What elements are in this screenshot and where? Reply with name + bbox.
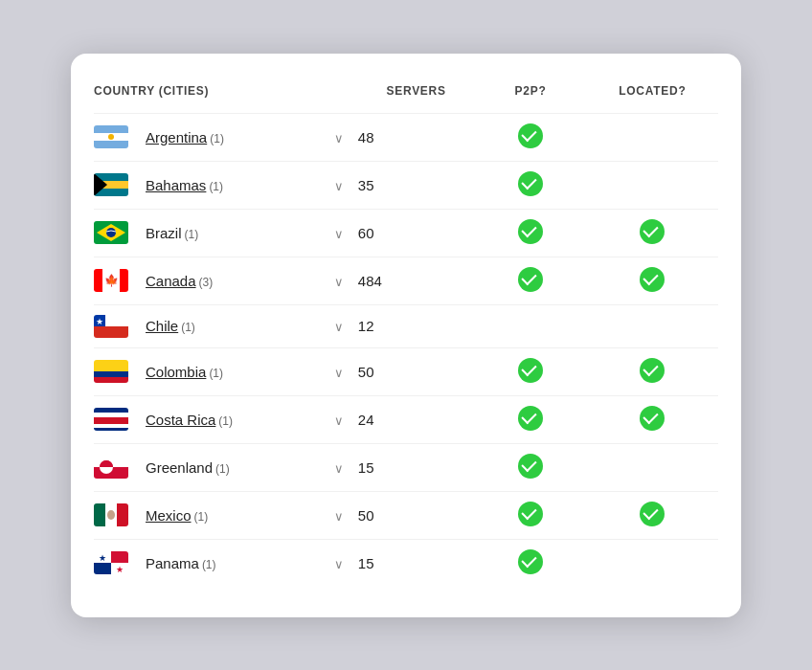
svg-text:★: ★ <box>116 565 124 574</box>
located-check-mexico <box>640 502 665 526</box>
svg-rect-24 <box>94 417 128 424</box>
flag-canada: 🍁 <box>94 269 128 292</box>
svg-rect-16 <box>94 326 128 338</box>
located-check-canada <box>640 267 665 292</box>
chevron-chile[interactable]: ∨ <box>323 320 355 334</box>
city-count-argentina: (1) <box>210 132 224 145</box>
svg-rect-21 <box>94 377 128 383</box>
main-card: COUNTRY (CITIES) SERVERS P2P? LOCATED? A… <box>71 54 741 617</box>
p2p-check-greenland <box>518 454 543 479</box>
svg-rect-36 <box>117 503 128 526</box>
city-count-costa-rica: (1) <box>218 414 233 428</box>
servers-mexico: 50 <box>358 491 475 539</box>
header-located: LOCATED? <box>587 84 718 114</box>
servers-greenland: 15 <box>358 443 475 491</box>
svg-rect-26 <box>94 428 128 431</box>
country-name-argentina[interactable]: Argentina <box>146 129 207 145</box>
city-count-brazil: (1) <box>185 228 199 241</box>
servers-panama: 15 <box>358 539 475 587</box>
p2p-check-canada <box>518 267 543 292</box>
located-check-costa-rica <box>640 406 665 431</box>
flag-brazil <box>94 221 128 244</box>
country-name-chile[interactable]: Chile <box>146 318 178 334</box>
table-row: ★Chile(1)∨12 <box>94 304 718 347</box>
table-row: ★★Panama(1)∨15 <box>94 539 718 587</box>
city-count-greenland: (1) <box>215 462 230 476</box>
country-name-mexico[interactable]: Mexico <box>146 507 192 524</box>
p2p-check-bahamas <box>518 171 543 196</box>
table-row: Greenland(1)∨15 <box>94 443 718 491</box>
flag-costa-rica <box>94 408 128 431</box>
svg-rect-13 <box>120 269 128 292</box>
table-row: Costa Rica(1)∨24 <box>94 395 718 443</box>
city-count-canada: (3) <box>199 276 214 289</box>
flag-argentina <box>94 125 128 148</box>
servers-colombia: 50 <box>358 347 475 395</box>
svg-rect-39 <box>111 551 128 563</box>
flag-colombia <box>94 360 128 383</box>
svg-rect-20 <box>94 371 128 377</box>
country-name-canada[interactable]: Canada <box>146 273 196 289</box>
city-count-panama: (1) <box>202 558 216 571</box>
city-count-chile: (1) <box>181 321 195 334</box>
servers-bahamas: 35 <box>358 161 475 209</box>
svg-rect-22 <box>94 408 128 413</box>
city-count-colombia: (1) <box>209 367 223 380</box>
svg-rect-23 <box>94 413 128 417</box>
located-check-brazil <box>640 219 665 244</box>
located-check-colombia <box>640 358 665 383</box>
country-name-colombia[interactable]: Colombia <box>146 364 206 380</box>
svg-rect-0 <box>94 125 128 133</box>
svg-text:★: ★ <box>96 317 103 326</box>
chevron-canada[interactable]: ∨ <box>323 275 355 289</box>
chevron-mexico[interactable]: ∨ <box>323 509 355 524</box>
country-name-greenland: Greenland <box>146 459 213 476</box>
servers-brazil: 60 <box>358 209 475 257</box>
table-row: Brazil(1)∨60 <box>94 209 718 257</box>
country-name-panama: Panama <box>146 555 199 571</box>
svg-rect-12 <box>94 269 102 292</box>
chevron-brazil[interactable]: ∨ <box>323 227 355 241</box>
servers-canada: 484 <box>358 257 475 304</box>
svg-point-3 <box>108 134 114 140</box>
header-p2p: P2P? <box>474 84 586 114</box>
chevron-costa-rica[interactable]: ∨ <box>323 413 355 428</box>
country-name-brazil: Brazil <box>146 225 182 241</box>
chevron-bahamas[interactable]: ∨ <box>323 179 355 193</box>
servers-chile: 12 <box>358 304 475 347</box>
p2p-check-mexico <box>518 502 543 526</box>
servers-costa-rica: 24 <box>358 395 475 443</box>
svg-text:★: ★ <box>99 553 106 563</box>
header-chevron-spacer <box>320 84 358 114</box>
table-row: Mexico(1)∨50 <box>94 491 718 539</box>
table-row: Bahamas(1)∨35 <box>94 161 718 209</box>
table-row: 🍁Canada(3)∨484 <box>94 257 718 304</box>
table-container: COUNTRY (CITIES) SERVERS P2P? LOCATED? A… <box>71 84 741 587</box>
city-count-bahamas: (1) <box>209 180 223 193</box>
header-country: COUNTRY (CITIES) <box>94 84 320 114</box>
flag-bahamas <box>94 173 128 196</box>
svg-rect-2 <box>94 141 128 148</box>
svg-rect-40 <box>94 563 111 574</box>
chevron-greenland[interactable]: ∨ <box>323 461 355 476</box>
country-name-costa-rica[interactable]: Costa Rica <box>146 412 215 428</box>
svg-text:🍁: 🍁 <box>104 273 119 287</box>
p2p-check-panama <box>518 549 543 574</box>
p2p-check-costa-rica <box>518 406 543 431</box>
table-row: Argentina(1)∨48 <box>94 113 718 161</box>
country-table: COUNTRY (CITIES) SERVERS P2P? LOCATED? A… <box>94 84 718 587</box>
flag-greenland <box>94 456 128 479</box>
svg-point-10 <box>106 228 116 237</box>
country-name-bahamas[interactable]: Bahamas <box>146 177 206 193</box>
flag-panama: ★★ <box>94 551 128 574</box>
city-count-mexico: (1) <box>194 510 209 524</box>
p2p-check-brazil <box>518 219 543 244</box>
chevron-colombia[interactable]: ∨ <box>323 366 355 380</box>
servers-argentina: 48 <box>358 113 475 161</box>
p2p-check-colombia <box>518 358 543 383</box>
svg-rect-25 <box>94 424 128 428</box>
svg-point-37 <box>107 510 115 520</box>
flag-mexico <box>94 503 128 526</box>
chevron-argentina[interactable]: ∨ <box>323 131 355 145</box>
chevron-panama[interactable]: ∨ <box>323 557 355 571</box>
